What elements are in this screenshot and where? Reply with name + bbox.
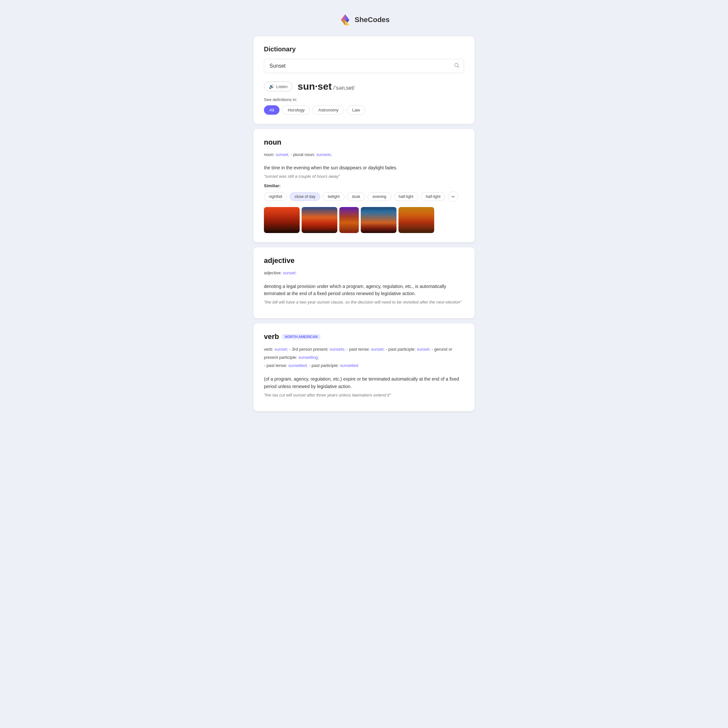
logo: SheCodes — [338, 13, 390, 27]
noun-word-link[interactable]: sunset; — [275, 152, 289, 157]
verb-3rd-link[interactable]: sunsets; — [330, 347, 345, 352]
filter-law[interactable]: Law — [347, 105, 366, 115]
similar-dusk[interactable]: dusk — [347, 193, 365, 201]
see-definitions-label: See definitions in: — [264, 97, 464, 102]
adjective-card: adjective adjective: sunset; denoting a … — [254, 247, 474, 318]
verb-grammar: verb: sunset; - 3rd person present: suns… — [264, 346, 464, 370]
dictionary-card: Dictionary 🔊 Listen sun·set /ˈsən,set/ S… — [254, 37, 474, 124]
svg-marker-2 — [345, 14, 349, 20]
logo-icon — [338, 13, 352, 27]
adjective-heading: adjective — [264, 257, 464, 265]
word-row: 🔊 Listen sun·set /ˈsən,set/ — [264, 81, 464, 92]
filter-horology[interactable]: Horology — [282, 105, 310, 115]
search-button[interactable] — [454, 63, 460, 70]
verb-heading-row: verb NORTH AMERICAN — [264, 332, 464, 341]
logo-text: SheCodes — [355, 15, 390, 24]
svg-marker-5 — [341, 20, 345, 25]
similar-label: Similiar: — [264, 183, 464, 188]
word-phonetic: sun·set /ˈsən,set/ — [298, 81, 355, 92]
header: SheCodes — [254, 13, 474, 27]
north-american-badge: NORTH AMERICAN — [282, 334, 320, 339]
verb-example: "the tax cut will sunset after three yea… — [264, 393, 464, 398]
filter-all[interactable]: All — [264, 105, 280, 115]
sunset-image-3 — [339, 207, 359, 233]
verb-word-link[interactable]: sunset; — [275, 347, 288, 352]
sunset-image-1 — [264, 207, 300, 233]
svg-marker-0 — [341, 14, 345, 20]
noun-heading: noun — [264, 138, 464, 147]
phonetic: /ˈsən,set/ — [333, 85, 355, 91]
noun-card: noun noun: sunset; - plural noun: sunset… — [254, 129, 474, 242]
noun-plural-link[interactable]: sunsets; — [316, 152, 332, 157]
sunset-image-4 — [361, 207, 396, 233]
similar-half-light-2[interactable]: half-light — [421, 193, 445, 201]
adjective-word-link[interactable]: sunset; — [283, 271, 297, 275]
sunset-images — [264, 207, 464, 233]
verb-past-part2-link[interactable]: sunsetted — [340, 363, 358, 368]
similar-half-light-1[interactable]: half-light — [394, 193, 418, 201]
definition-filters: All Horology Astronomy Law — [264, 105, 464, 115]
adjective-definition: denoting a legal provision under which a… — [264, 283, 464, 297]
verb-definition: (of a program, agency, regulation, etc.)… — [264, 375, 464, 390]
noun-grammar: noun: sunset; - plural noun: sunsets; — [264, 151, 464, 158]
noun-example: "sunset was still a couple of hours away… — [264, 174, 464, 179]
verb-past-part-link[interactable]: sunset; — [417, 347, 431, 352]
page-title: Dictionary — [264, 46, 464, 53]
similar-close-of-day[interactable]: close of day — [289, 193, 320, 201]
listen-button[interactable]: 🔊 Listen — [264, 81, 292, 91]
adjective-example: "the bill will have a two-year sunset cl… — [264, 300, 464, 304]
search-input[interactable] — [264, 59, 464, 73]
sunset-image-2 — [301, 207, 337, 233]
filter-astronomy[interactable]: Astronomy — [313, 105, 344, 115]
similar-twilight[interactable]: twilight — [323, 193, 344, 201]
speaker-icon: 🔊 — [269, 84, 274, 89]
more-similar-button[interactable] — [448, 191, 458, 202]
sunset-image-5 — [398, 207, 434, 233]
verb-past-tense-link[interactable]: sunset; — [371, 347, 385, 352]
svg-line-7 — [457, 66, 459, 67]
noun-definition: the time in the evening when the sun dis… — [264, 164, 464, 171]
similar-tags: nightfall close of day twilight dusk eve… — [264, 191, 464, 202]
verb-gerund-link[interactable]: sunsetting; — [298, 355, 319, 360]
verb-card: verb NORTH AMERICAN verb: sunset; - 3rd … — [254, 323, 474, 411]
adjective-grammar: adjective: sunset; — [264, 269, 464, 277]
word-display: sun·set — [298, 81, 332, 92]
similar-nightfall[interactable]: nightfall — [264, 193, 287, 201]
similar-evening[interactable]: evening — [367, 193, 391, 201]
search-wrapper — [264, 59, 464, 73]
verb-past-tense2-link[interactable]: sunsetted; — [288, 363, 308, 368]
verb-heading: verb — [264, 332, 279, 341]
